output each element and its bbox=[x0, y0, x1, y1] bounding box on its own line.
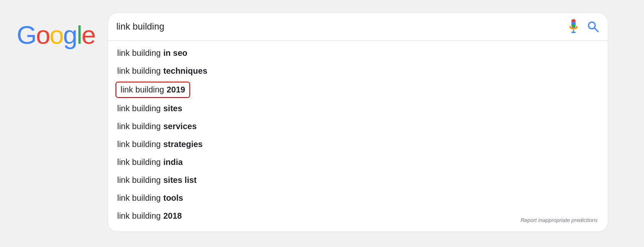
suggestion-prefix: link building bbox=[117, 48, 161, 58]
suggestion-sites-list[interactable]: link building sites list bbox=[108, 171, 608, 189]
suggestion-prefix: link building bbox=[117, 157, 161, 167]
suggestion-prefix: link building bbox=[121, 85, 164, 95]
suggestion-prefix: link building bbox=[117, 175, 161, 185]
search-box: link building bbox=[108, 12, 608, 41]
logo-letter-o1: o bbox=[36, 20, 49, 49]
suggestion-in-seo[interactable]: link building in seo bbox=[108, 44, 608, 62]
search-icons bbox=[568, 19, 599, 35]
report-link[interactable]: Report inappropriate predictions bbox=[521, 217, 598, 223]
search-button[interactable] bbox=[587, 20, 599, 33]
logo-letter-g: G bbox=[17, 20, 36, 49]
screenshot-container: Google link building bbox=[0, 0, 644, 247]
suggestions-dropdown: link building in seo link building techn… bbox=[108, 41, 608, 232]
suggestion-prefix: link building bbox=[117, 193, 161, 203]
logo-letter-o2: o bbox=[50, 20, 63, 49]
suggestion-prefix: link building bbox=[117, 211, 161, 221]
suggestion-suffix: 2019 bbox=[166, 85, 185, 95]
suggestion-suffix: strategies bbox=[163, 140, 203, 149]
svg-rect-5 bbox=[571, 19, 576, 22]
suggestion-suffix: tools bbox=[163, 193, 183, 203]
suggestion-india[interactable]: link building india bbox=[108, 153, 608, 171]
suggestion-suffix: services bbox=[163, 122, 196, 131]
suggestion-highlight-box: link building 2019 bbox=[117, 83, 189, 96]
suggestion-suffix: india bbox=[163, 157, 183, 167]
suggestion-prefix: link building bbox=[117, 140, 161, 149]
microphone-icon[interactable] bbox=[568, 19, 579, 35]
suggestion-suffix: 2018 bbox=[163, 211, 182, 221]
search-input[interactable]: link building bbox=[116, 21, 568, 32]
suggestion-suffix: sites bbox=[163, 104, 182, 113]
search-container: link building bbox=[108, 12, 608, 232]
suggestion-prefix: link building bbox=[117, 122, 161, 131]
suggestion-techniques[interactable]: link building techniques bbox=[108, 62, 608, 80]
suggestion-sites[interactable]: link building sites bbox=[108, 100, 608, 117]
suggestion-strategies[interactable]: link building strategies bbox=[108, 135, 608, 153]
suggestion-prefix: link building bbox=[117, 104, 161, 113]
suggestion-suffix: in seo bbox=[163, 48, 187, 58]
suggestion-suffix: techniques bbox=[163, 66, 207, 76]
suggestion-tools[interactable]: link building tools bbox=[108, 189, 608, 207]
suggestion-services[interactable]: link building services bbox=[108, 117, 608, 135]
google-logo: Google bbox=[17, 20, 95, 50]
svg-line-10 bbox=[594, 28, 598, 32]
logo-letter-g2: g bbox=[63, 20, 76, 49]
suggestion-suffix: sites list bbox=[163, 175, 196, 185]
svg-rect-6 bbox=[571, 24, 576, 27]
logo-letter-e: e bbox=[81, 20, 95, 49]
suggestion-2019[interactable]: link building 2019 bbox=[108, 80, 608, 100]
suggestion-prefix: link building bbox=[117, 66, 161, 76]
logo-letter-l: l bbox=[77, 20, 82, 49]
